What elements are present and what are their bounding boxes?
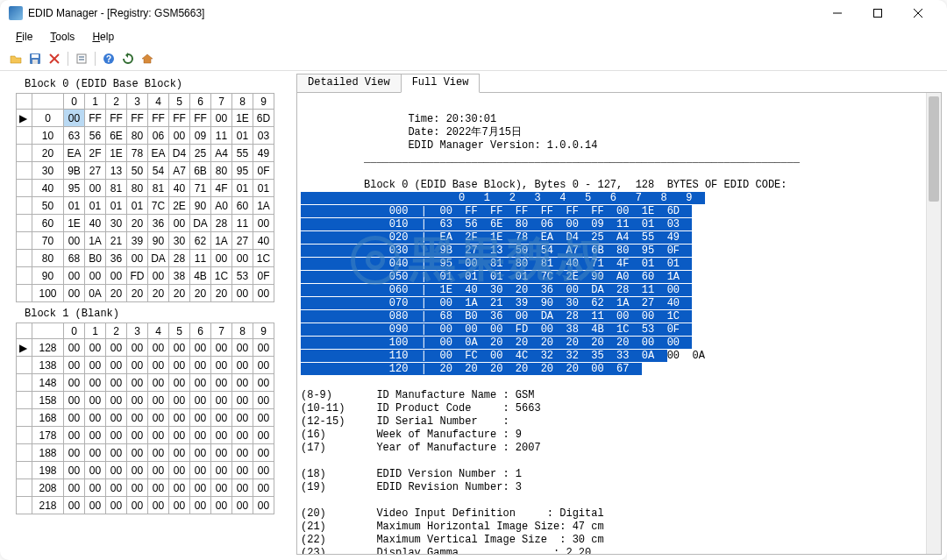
svg-rect-1 xyxy=(874,10,882,18)
left-pane: Block 0 (EDID Base Block) 0123456789▶000… xyxy=(0,71,289,560)
right-pane: Detailed View Full View Time: 20:30:01 D… xyxy=(289,71,947,560)
delete-icon[interactable] xyxy=(46,50,63,67)
scrollbar-thumb[interactable] xyxy=(929,96,939,202)
window-title: EDID Manager - [Registry: GSM5663] xyxy=(28,7,817,19)
help-icon[interactable]: ? xyxy=(100,50,117,67)
block1-table[interactable]: 0123456789▶12800000000000000000000138000… xyxy=(16,323,274,514)
detail-content: Time: 20:30:01 Date: 2022年7月15日 EDID Man… xyxy=(301,100,941,555)
tab-detailed[interactable]: Detailed View xyxy=(296,74,402,93)
block0-table[interactable]: 0123456789▶000FFFFFFFFFFFF001E6D1063566E… xyxy=(16,93,274,302)
svg-text:?: ? xyxy=(106,54,111,64)
vertical-scrollbar[interactable] xyxy=(926,93,941,554)
svg-rect-6 xyxy=(32,60,38,64)
menu-tools[interactable]: Tools xyxy=(41,28,83,46)
maximize-button[interactable] xyxy=(858,0,898,26)
titlebar: EDID Manager - [Registry: GSM5663] xyxy=(0,0,947,26)
block0-label: Block 0 (EDID Base Block) xyxy=(25,78,284,90)
menubar: File Tools Help xyxy=(0,26,947,47)
minimize-button[interactable] xyxy=(817,0,858,26)
tab-full[interactable]: Full View xyxy=(401,74,481,93)
close-button[interactable] xyxy=(898,0,938,26)
detail-frame[interactable]: Time: 20:30:01 Date: 2022年7月15日 EDID Man… xyxy=(296,92,942,555)
block1-label: Block 1 (Blank) xyxy=(25,308,284,320)
svg-rect-5 xyxy=(32,54,39,58)
tabs: Detailed View Full View xyxy=(296,73,942,92)
svg-rect-9 xyxy=(77,54,86,63)
home-icon[interactable] xyxy=(139,50,156,67)
rotate-icon[interactable] xyxy=(119,50,137,67)
menu-file[interactable]: File xyxy=(7,28,41,46)
toolbar: ? xyxy=(0,47,947,71)
menu-help[interactable]: Help xyxy=(83,28,123,46)
save-icon[interactable] xyxy=(26,50,44,67)
open-icon[interactable] xyxy=(7,50,25,67)
edit-icon[interactable] xyxy=(73,50,90,67)
app-icon xyxy=(9,6,23,20)
